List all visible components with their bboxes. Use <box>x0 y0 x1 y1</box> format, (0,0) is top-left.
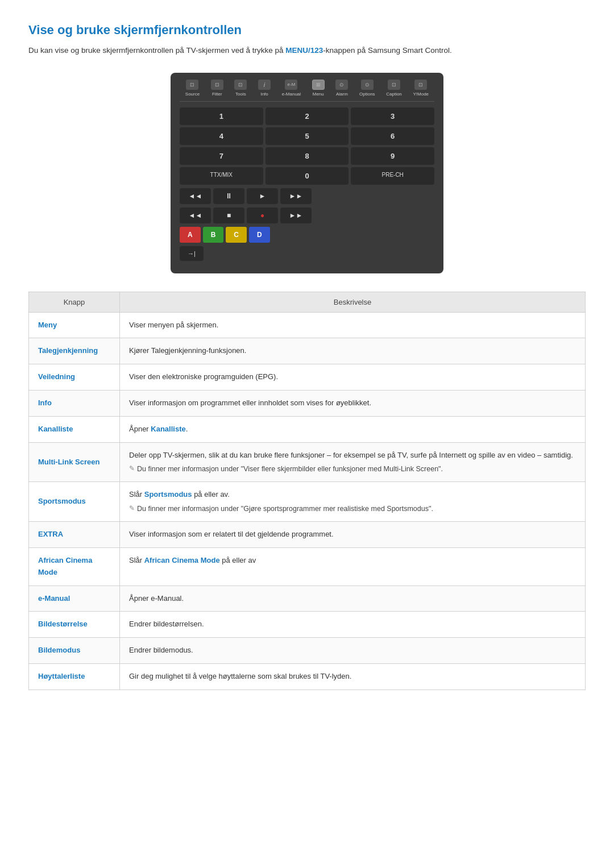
btn-arrow-right[interactable]: →| <box>180 246 204 261</box>
media-row-1: ◄◄ II ► ►► <box>180 188 434 204</box>
row-button-extra: EXTRA <box>29 522 120 548</box>
row-button-bildestorrelse: Bildestørrelse <box>29 612 120 638</box>
table-row: Meny Viser menyen på skjermen. <box>29 312 586 338</box>
btn-menu[interactable]: ⊞ Menu <box>312 80 325 97</box>
note-multilink: Du finner mer informasjon under "Viser f… <box>129 463 576 475</box>
row-button-talegjenkjenning: Talegjenkjenning <box>29 338 120 364</box>
table-row: Bildestørrelse Endrer bildestørrelsen. <box>29 612 586 638</box>
btn-record[interactable]: ● <box>247 207 278 223</box>
table-row: Kanalliste Åpner Kanalliste. <box>29 416 586 442</box>
description-table: Knapp Beskrivelse Meny Viser menyen på s… <box>28 292 586 690</box>
table-row: Multi-Link Screen Deler opp TV-skjermen,… <box>29 442 586 482</box>
numpad-grid: 1 2 3 4 5 6 7 8 9 TTX/MIX 0 PRE-CH <box>180 107 434 185</box>
row-button-sportsmodus: Sportsmodus <box>29 482 120 522</box>
row-desc-meny: Viser menyen på skjermen. <box>120 312 586 338</box>
btn-1[interactable]: 1 <box>180 107 263 125</box>
btn-9[interactable]: 9 <box>351 147 434 165</box>
btn-7[interactable]: 7 <box>180 147 263 165</box>
btn-2[interactable]: 2 <box>265 107 349 125</box>
btn-color-d[interactable]: D <box>249 227 270 243</box>
btn-ttx[interactable]: TTX/MIX <box>180 167 263 185</box>
row-button-veiledning: Veiledning <box>29 364 120 391</box>
row-desc-bildemodus: Endrer bildemodus. <box>120 638 586 664</box>
btn-pause[interactable]: II <box>213 188 244 204</box>
btn-emanual[interactable]: e-M e-Manual <box>282 80 301 97</box>
btn-play[interactable]: ► <box>247 188 278 204</box>
row-button-hoyttalerliste: Høyttalerliste <box>29 663 120 690</box>
btn-filter[interactable]: ⊡ Filter <box>211 80 223 97</box>
btn-next[interactable]: ►► <box>280 207 312 223</box>
table-row: Bildemodus Endrer bildemodus. <box>29 638 586 664</box>
row-desc-info: Viser informasjon om programmet eller in… <box>120 390 586 416</box>
btn-6[interactable]: 6 <box>351 127 434 145</box>
arrow-row: →| <box>180 246 434 261</box>
row-button-meny: Meny <box>29 312 120 338</box>
btn-fastforward[interactable]: ►► <box>280 188 312 204</box>
sportsmodus-highlight: Sportsmodus <box>144 490 192 499</box>
btn-caption[interactable]: ⊡ Caption <box>386 80 402 97</box>
row-button-multilink: Multi-Link Screen <box>29 442 120 482</box>
btn-info[interactable]: i Info <box>258 80 271 97</box>
table-row: EXTRA Viser informasjon som er relatert … <box>29 522 586 548</box>
row-desc-veiledning: Viser den elektroniske programguiden (EP… <box>120 364 586 391</box>
btn-color-b[interactable]: B <box>203 227 224 243</box>
remote-container: ⊡ Source ⊡ Filter ⊡ Tools i Info e-M e-M… <box>28 73 586 273</box>
btn-prech[interactable]: PRE-CH <box>351 167 434 185</box>
row-desc-sportsmodus: Slår Sportsmodus på eller av. Du finner … <box>120 482 586 522</box>
note-sportsmodus: Du finner mer informasjon under "Gjøre s… <box>129 503 576 514</box>
row-desc-extra: Viser informasjon som er relatert til de… <box>120 522 586 548</box>
table-row: African Cinema Mode Slår African Cinema … <box>29 547 586 585</box>
btn-rewind[interactable]: ◄◄ <box>180 188 211 204</box>
btn-4[interactable]: 4 <box>180 127 263 145</box>
row-button-kanalliste: Kanalliste <box>29 416 120 442</box>
remote-control: ⊡ Source ⊡ Filter ⊡ Tools i Info e-M e-M… <box>171 73 443 273</box>
african-cinema-highlight: African Cinema Mode <box>144 556 220 564</box>
row-button-info: Info <box>29 390 120 416</box>
table-row: Talegjenkjenning Kjører Talegjenkjenning… <box>29 338 586 364</box>
btn-3[interactable]: 3 <box>351 107 434 125</box>
row-desc-african-cinema: Slår African Cinema Mode på eller av <box>120 547 586 585</box>
btn-color-c[interactable]: C <box>226 227 247 243</box>
btn-options[interactable]: ⊙ Options <box>359 80 375 97</box>
table-header-description: Beskrivelse <box>120 292 586 312</box>
remote-top-row: ⊡ Source ⊡ Filter ⊡ Tools i Info e-M e-M… <box>180 80 434 102</box>
btn-prev[interactable]: ◄◄ <box>180 207 211 223</box>
row-desc-bildestorrelse: Endrer bildestørrelsen. <box>120 612 586 638</box>
btn-ymode[interactable]: ⊡ Y!Mode <box>413 80 429 97</box>
btn-0[interactable]: 0 <box>265 167 349 185</box>
row-desc-multilink: Deler opp TV-skjermen, slik at du kan br… <box>120 442 586 482</box>
row-button-bildemodus: Bildemodus <box>29 638 120 664</box>
table-row: e-Manual Åpner e-Manual. <box>29 585 586 612</box>
row-desc-hoyttalerliste: Gir deg mulighet til å velge høyttalerne… <box>120 663 586 690</box>
intro-text: Du kan vise og bruke skjermfjernkontroll… <box>28 44 586 57</box>
media-row-2: ◄◄ ■ ● ►► <box>180 207 434 223</box>
row-desc-kanalliste: Åpner Kanalliste. <box>120 416 586 442</box>
table-row: Høyttalerliste Gir deg mulighet til å ve… <box>29 663 586 690</box>
table-row: Info Viser informasjon om programmet ell… <box>29 390 586 416</box>
page-title: Vise og bruke skjermfjernkontrollen <box>28 23 586 38</box>
btn-5[interactable]: 5 <box>265 127 349 145</box>
btn-tools[interactable]: ⊡ Tools <box>234 80 247 97</box>
btn-stop[interactable]: ■ <box>213 207 244 223</box>
table-header-button: Knapp <box>29 292 120 312</box>
btn-alarm[interactable]: ⊙ Alarm <box>335 80 348 97</box>
color-button-row: A B C D <box>180 227 434 243</box>
btn-8[interactable]: 8 <box>265 147 349 165</box>
row-desc-talegjenkjenning: Kjører Talegjenkjenning-funksjonen. <box>120 338 586 364</box>
table-row: Sportsmodus Slår Sportsmodus på eller av… <box>29 482 586 522</box>
btn-color-a[interactable]: A <box>180 227 201 243</box>
row-button-emanual: e-Manual <box>29 585 120 612</box>
kanalliste-highlight: Kanalliste <box>151 425 185 433</box>
row-button-african-cinema: African Cinema Mode <box>29 547 120 585</box>
btn-source[interactable]: ⊡ Source <box>185 80 200 97</box>
row-desc-emanual: Åpner e-Manual. <box>120 585 586 612</box>
table-row: Veiledning Viser den elektroniske progra… <box>29 364 586 391</box>
